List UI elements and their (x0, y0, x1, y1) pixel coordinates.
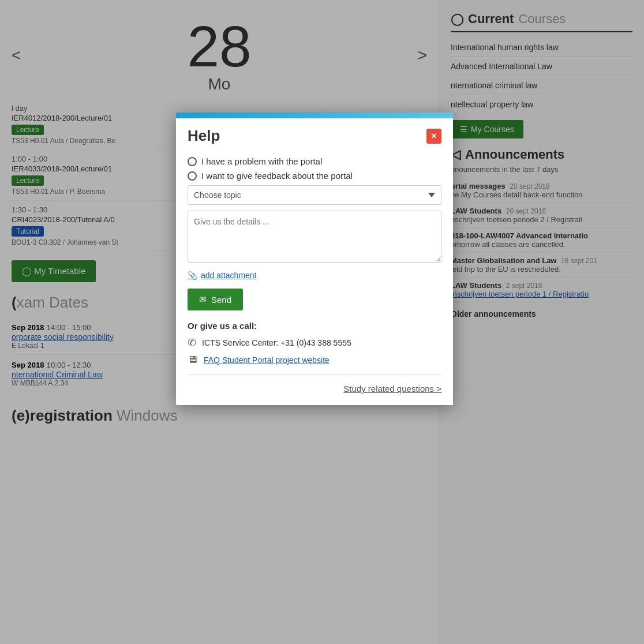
radio-problem-label: I have a problem with the portal (201, 156, 322, 166)
paperclip-icon: 📎 (188, 271, 197, 280)
radio-feedback-label: I want to give feedback about the portal (201, 171, 353, 181)
send-button[interactable]: ✉ Send (188, 289, 243, 310)
details-textarea[interactable] (188, 211, 441, 263)
phone-icon: ✆ (188, 336, 196, 349)
modal-title-bar: Help × (176, 118, 453, 151)
radio-circle (188, 171, 197, 181)
study-questions-link[interactable]: Study related questions > (188, 384, 441, 394)
modal-close-button[interactable]: × (426, 129, 441, 144)
modal-body: I have a problem with the portal I want … (176, 151, 453, 405)
phone-number: ICTS Service Center: +31 (0)43 388 5555 (202, 338, 351, 347)
call-label: Or give us a call: (188, 321, 441, 331)
faq-link[interactable]: FAQ Student Portal project website (204, 355, 330, 365)
radio-circle (188, 157, 197, 166)
phone-contact: ✆ ICTS Service Center: +31 (0)43 388 555… (188, 336, 441, 349)
envelope-icon: ✉ (199, 294, 207, 305)
attach-label: add attachment (201, 271, 257, 280)
modal-title: Help (188, 127, 220, 145)
radio-feedback[interactable]: I want to give feedback about the portal (188, 171, 441, 181)
add-attachment-link[interactable]: 📎 add attachment (188, 271, 441, 280)
faq-contact[interactable]: 🖥 FAQ Student Portal project website (188, 354, 441, 366)
modal-header-bar (176, 113, 453, 118)
study-questions-label: Study related questions > (343, 384, 441, 394)
modal-divider (188, 375, 441, 375)
send-label: Send (211, 295, 231, 305)
laptop-icon: 🖥 (188, 354, 198, 366)
topic-select[interactable]: Choose topic Technical issue Portal feed… (188, 185, 441, 205)
radio-problem[interactable]: I have a problem with the portal (188, 156, 441, 166)
help-modal: Help × I have a problem with the portal … (176, 113, 453, 405)
